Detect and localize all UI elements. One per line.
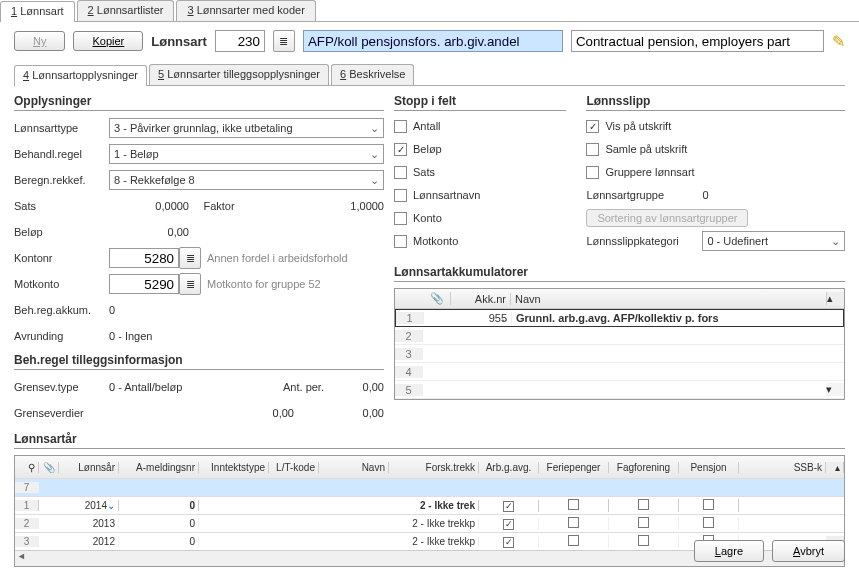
sortering-button: Sortering av lønnsartgrupper xyxy=(586,209,748,227)
year-row[interactable]: 2 20130 2 - Ikke trekkp xyxy=(15,514,844,532)
stopp-title: Stopp i felt xyxy=(394,94,566,111)
scroll-down-icon[interactable]: ▾ xyxy=(826,383,844,396)
beregnrekkef-combo[interactable]: 8 - Rekkefølge 8 xyxy=(109,170,384,190)
opplysninger-title: Opplysninger xyxy=(14,94,384,111)
arbg-checkbox[interactable] xyxy=(503,537,514,548)
kontonr-input[interactable] xyxy=(109,248,179,268)
scroll-up-icon[interactable]: ▴ xyxy=(826,292,844,305)
lonnsslipp-title: Lønnsslipp xyxy=(586,94,845,111)
tab-lonnsarter-koder[interactable]: 3 Lønnsarter med koder xyxy=(176,0,315,21)
akkum-title: Lønnsartakkumulatorer xyxy=(394,265,845,282)
ferie-checkbox[interactable] xyxy=(568,535,579,546)
pencil-icon[interactable]: ✎ xyxy=(832,32,845,51)
tab-opplysninger[interactable]: 4 Lønnsartopplysninger xyxy=(14,65,147,86)
avbryt-button[interactable]: Avbryt xyxy=(772,540,845,562)
lonnsartnavn-checkbox[interactable] xyxy=(394,189,407,202)
arbg-checkbox[interactable] xyxy=(503,501,514,512)
lonnsslippkategori-combo[interactable]: 0 - Udefinert xyxy=(702,231,845,251)
fag-checkbox[interactable] xyxy=(638,535,649,546)
year-row[interactable]: 7 xyxy=(15,478,844,496)
belop-checkbox[interactable] xyxy=(394,143,407,156)
tab-lonnsartlister[interactable]: 2 Lønnsartlister xyxy=(77,0,175,21)
antall-checkbox[interactable] xyxy=(394,120,407,133)
filter-icon[interactable]: ⚲ xyxy=(15,462,39,473)
ny-button[interactable]: Ny xyxy=(14,31,65,51)
fag-checkbox[interactable] xyxy=(638,499,649,510)
clip-icon: 📎 xyxy=(39,462,59,473)
brt-title: Beh.regel tilleggsinformasjon xyxy=(14,353,384,370)
samle-utskrift-checkbox[interactable] xyxy=(586,143,599,156)
lonnsart-label: Lønnsart xyxy=(151,34,207,49)
chevron-down-icon[interactable]: ⌄ xyxy=(107,500,115,511)
lonnsartaar-title: Lønnsartår xyxy=(14,432,845,449)
sub-tabs: 4 Lønnsartopplysninger 5 Lønnsarter till… xyxy=(14,64,845,86)
konto-checkbox[interactable] xyxy=(394,212,407,225)
akkum-row[interactable]: 1 955 Grunnl. arb.g.avg. AFP/kollektiv p… xyxy=(395,309,844,327)
vis-utskrift-checkbox[interactable] xyxy=(586,120,599,133)
toolbar: Ny Kopier Lønnsart ≣ ✎ xyxy=(0,22,859,60)
lonnsart-name-input[interactable] xyxy=(303,30,563,52)
pensjon-checkbox[interactable] xyxy=(703,499,714,510)
tab-beskrivelse[interactable]: 6 Beskrivelse xyxy=(331,64,414,85)
ferie-checkbox[interactable] xyxy=(568,499,579,510)
list-icon-button[interactable]: ≣ xyxy=(273,30,295,52)
list-icon: ≣ xyxy=(186,252,195,265)
lonnsart-desc-input[interactable] xyxy=(571,30,824,52)
fag-checkbox[interactable] xyxy=(638,517,649,528)
list-icon: ≣ xyxy=(279,35,288,48)
tab-tillegg[interactable]: 5 Lønnsarter tilleggsopplysninger xyxy=(149,64,329,85)
motkonto-lookup-button[interactable]: ≣ xyxy=(179,273,201,295)
clip-icon: 📎 xyxy=(423,292,451,305)
pensjon-checkbox[interactable] xyxy=(703,517,714,528)
arbg-checkbox[interactable] xyxy=(503,519,514,530)
top-tabs: 1 Lønnsart 2 Lønnsartlister 3 Lønnsarter… xyxy=(0,0,859,22)
list-icon: ≣ xyxy=(186,278,195,291)
sats-checkbox[interactable] xyxy=(394,166,407,179)
motkonto-checkbox[interactable] xyxy=(394,235,407,248)
kontonr-lookup-button[interactable]: ≣ xyxy=(179,247,201,269)
ferie-checkbox[interactable] xyxy=(568,517,579,528)
tab-lonnsart[interactable]: 1 Lønnsart xyxy=(0,1,75,22)
akkum-row[interactable]: 2 xyxy=(395,327,844,345)
gruppere-checkbox[interactable] xyxy=(586,166,599,179)
motkonto-input[interactable] xyxy=(109,274,179,294)
lonnsart-code-input[interactable] xyxy=(215,30,265,52)
akkum-row[interactable]: 4 xyxy=(395,363,844,381)
lagre-button[interactable]: Lagre xyxy=(694,540,764,562)
kopier-button[interactable]: Kopier xyxy=(73,31,143,51)
akkum-table: 📎 Akk.nr Navn ▴ 1 955 Grunnl. arb.g.avg.… xyxy=(394,288,845,400)
year-row[interactable]: 1 2014⌄ 0 2 - Ikke trek xyxy=(15,496,844,514)
akkum-row[interactable]: 3 xyxy=(395,345,844,363)
akkum-row[interactable]: 5▾ xyxy=(395,381,844,399)
lonnsarttype-combo[interactable]: 3 - Påvirker grunnlag, ikke utbetaling xyxy=(109,118,384,138)
scroll-up-icon[interactable]: ▴ xyxy=(826,462,844,473)
behandlregel-combo[interactable]: 1 - Beløp xyxy=(109,144,384,164)
